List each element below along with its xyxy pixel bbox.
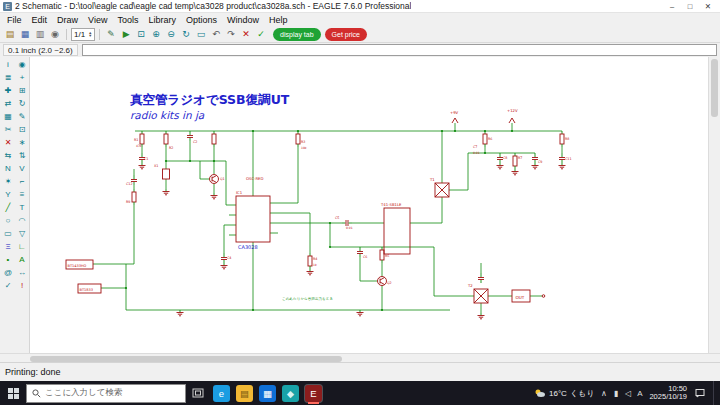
rect-tool[interactable]: ▭ — [1, 227, 15, 240]
menu-item-draw[interactable]: Draw — [52, 15, 83, 25]
dimension-tool[interactable]: ↔ — [15, 266, 29, 279]
label-tool[interactable]: A — [15, 253, 29, 266]
tray-chevron-icon[interactable]: ∧ — [599, 389, 608, 398]
rotate-tool[interactable]: ↻ — [15, 97, 29, 110]
mark-tool[interactable]: + — [15, 71, 29, 84]
group-tool[interactable]: ▦ — [1, 110, 15, 123]
horizontal-scrollbar-thumb[interactable] — [30, 356, 342, 362]
invoke-tool[interactable]: ≡ — [15, 188, 29, 201]
miter-tool[interactable]: ⌐ — [15, 175, 29, 188]
show-tool[interactable]: ◉ — [15, 58, 29, 71]
show-desktop-button[interactable] — [713, 381, 717, 405]
coordinate-bar: 0.1 inch (2.0 ~2.6) — [0, 43, 720, 57]
stop-icon[interactable]: ✕ — [239, 27, 253, 41]
menu-item-help[interactable]: Help — [264, 15, 293, 25]
schematic-canvas[interactable]: 真空管ラジオでSSB復調UTradio kits in jaOSC-REDIC1… — [30, 57, 708, 353]
drawing-canvas[interactable]: 真空管ラジオでSSB復調UTradio kits in jaOSC-REDIC1… — [30, 57, 708, 353]
save-icon[interactable]: ▦ — [18, 27, 32, 41]
network-icon[interactable]: ▮ — [611, 389, 620, 398]
svg-text:radio kits in ja: radio kits in ja — [130, 109, 205, 122]
speaker-icon[interactable]: ◁ — [623, 389, 632, 398]
arc-tool[interactable]: ◠ — [15, 214, 29, 227]
taskbar-search-input[interactable]: ここに入力して検索 — [26, 384, 186, 403]
menu-item-tools[interactable]: Tools — [112, 15, 143, 25]
redraw-icon[interactable]: ↻ — [179, 27, 193, 41]
paste-tool[interactable]: ⊡ — [15, 123, 29, 136]
replace-tool[interactable]: ⇅ — [15, 149, 29, 162]
undo-icon[interactable]: ↶ — [209, 27, 223, 41]
script-icon[interactable]: ✎ — [104, 27, 118, 41]
menu-item-view[interactable]: View — [83, 15, 112, 25]
store-icon[interactable]: ▦ — [259, 385, 276, 402]
cut-tool[interactable]: ✂ — [1, 123, 15, 136]
display-tab-button[interactable]: display tab — [273, 28, 320, 41]
delete-tool[interactable]: ✕ — [1, 136, 15, 149]
copy-tool[interactable]: ⊞ — [15, 84, 29, 97]
add-tool[interactable]: ∗ — [15, 136, 29, 149]
move-tool[interactable]: ✚ — [1, 84, 15, 97]
taskbar-clock[interactable]: 10:50 2025/10/19 — [649, 385, 687, 402]
eagle-taskbar-icon[interactable]: E — [305, 385, 322, 402]
errors-tool[interactable]: ! — [15, 279, 29, 292]
weather-widget[interactable]: 16°C くもり — [534, 388, 594, 399]
action-center-button[interactable] — [692, 381, 708, 405]
menu-item-edit[interactable]: Edit — [27, 15, 53, 25]
clock-date: 2025/10/19 — [649, 393, 687, 402]
info-tool[interactable]: i — [1, 58, 15, 71]
sheet-value: 1/1 — [74, 30, 85, 39]
pinswap-tool[interactable]: ⇆ — [1, 149, 15, 162]
sheet-spinner[interactable]: ▲▼ — [88, 31, 92, 38]
minimize-button[interactable]: – — [663, 0, 681, 12]
zoom-select-icon[interactable]: ▭ — [194, 27, 208, 41]
bus-tool[interactable]: Ξ — [1, 240, 15, 253]
mirror-tool[interactable]: ⇄ — [1, 97, 15, 110]
change-tool[interactable]: ✎ — [15, 110, 29, 123]
system-tray: ∧▮◁A — [599, 389, 644, 398]
menu-item-library[interactable]: Library — [143, 15, 181, 25]
polygon-tool[interactable]: ▽ — [15, 227, 29, 240]
junction-tool[interactable]: • — [1, 253, 15, 266]
svg-text:このあたりから音声出力をとる: このあたりから音声出力をとる — [282, 296, 333, 301]
vertical-scrollbar[interactable] — [708, 57, 720, 353]
circle-tool[interactable]: ○ — [1, 214, 15, 227]
photos-icon[interactable]: ◆ — [282, 385, 299, 402]
redo-icon[interactable]: ↷ — [224, 27, 238, 41]
menu-item-window[interactable]: Window — [222, 15, 264, 25]
command-line-input[interactable] — [82, 44, 717, 56]
explorer-icon[interactable]: ▤ — [236, 385, 253, 402]
get-price-button[interactable]: Get price — [325, 28, 367, 41]
erc-tool[interactable]: ✓ — [1, 279, 15, 292]
run-ulp-icon[interactable]: ▶ — [119, 27, 133, 41]
cam-icon[interactable]: ◉ — [48, 27, 62, 41]
vertical-scrollbar-thumb[interactable] — [711, 59, 718, 117]
svg-text:真空管ラジオでSSB復調UT: 真空管ラジオでSSB復調UT — [130, 92, 290, 107]
zoom-fit-icon[interactable]: ⊡ — [134, 27, 148, 41]
maximize-button[interactable]: □ — [681, 0, 699, 12]
text-tool[interactable]: T — [15, 201, 29, 214]
task-view-icon — [192, 388, 204, 398]
zoom-out-icon[interactable]: ⊖ — [164, 27, 178, 41]
smash-tool[interactable]: ✶ — [1, 175, 15, 188]
svg-text:T1: T1 — [429, 177, 435, 182]
task-view-button[interactable] — [186, 381, 210, 405]
sheet-selector[interactable]: 1/1 ▲▼ — [71, 28, 95, 41]
open-icon[interactable]: ▤ — [3, 27, 17, 41]
name-tool[interactable]: N — [1, 162, 15, 175]
horizontal-scrollbar[interactable] — [0, 353, 720, 362]
wire-tool[interactable]: ╱ — [1, 201, 15, 214]
ime-icon[interactable]: A — [635, 389, 644, 398]
menu-item-file[interactable]: File — [2, 15, 27, 25]
start-button[interactable] — [0, 381, 26, 405]
menu-item-options[interactable]: Options — [181, 15, 222, 25]
attribute-tool[interactable]: @ — [1, 266, 15, 279]
edge-icon[interactable]: e — [213, 385, 230, 402]
value-tool[interactable]: V — [15, 162, 29, 175]
net-tool[interactable]: ∟ — [15, 240, 29, 253]
close-button[interactable]: ✕ — [699, 0, 717, 12]
split-tool[interactable]: Y — [1, 188, 15, 201]
go-icon[interactable]: ✓ — [254, 27, 268, 41]
display-tool[interactable]: ≣ — [1, 71, 15, 84]
svg-text:C8: C8 — [503, 156, 507, 160]
print-icon[interactable]: ▥ — [33, 27, 47, 41]
zoom-in-icon[interactable]: ⊕ — [149, 27, 163, 41]
